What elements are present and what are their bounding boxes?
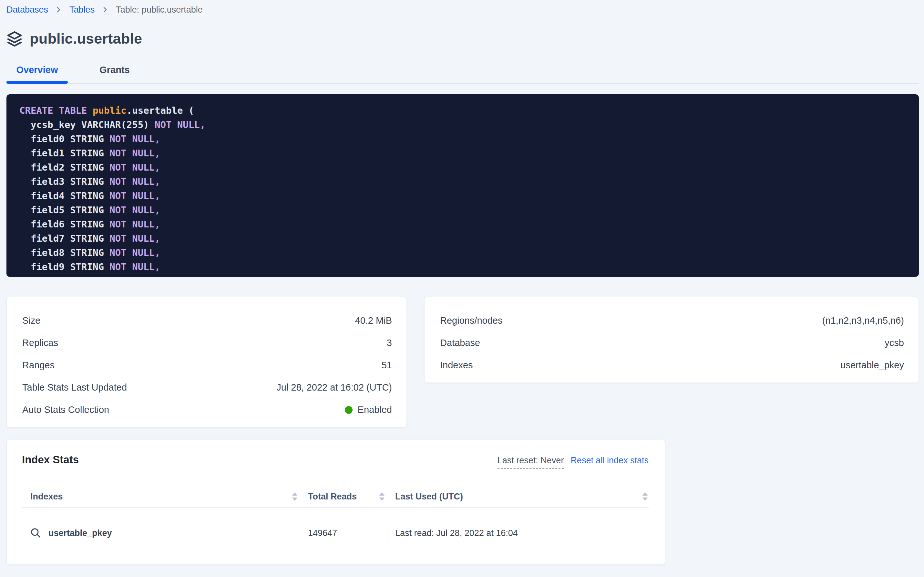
page-header: public.usertable (6, 29, 919, 48)
column-header-indexes[interactable]: Indexes (31, 492, 298, 502)
sql-line: field0 STRING NOT NULL, (19, 132, 906, 146)
sql-line: ycsb_key VARCHAR(255) NOT NULL, (19, 118, 906, 132)
tab-overview[interactable]: Overview (6, 64, 68, 82)
index-stats-title: Index Stats (22, 454, 79, 466)
detail-value: 51 (382, 360, 392, 371)
sql-code: CREATE TABLE public.usertable ( ycsb_key… (6, 94, 919, 277)
index-stats-actions: Last reset: Never Reset all index stats (498, 456, 649, 469)
detail-row: Databaseycsb (440, 332, 904, 354)
index-name-link[interactable]: usertable_pkey (31, 527, 298, 538)
breadcrumb-current: Table: public.usertable (116, 5, 203, 15)
detail-row: Replicas3 (22, 332, 392, 354)
reset-index-stats-link[interactable]: Reset all index stats (570, 456, 649, 466)
active-tab-underline (6, 81, 68, 84)
detail-row: Regions/nodes(n1,n2,n3,n4,n5,n6) (440, 309, 904, 332)
detail-label: Replicas (22, 338, 58, 348)
sql-line: field3 STRING NOT NULL, (19, 174, 906, 189)
index-name: usertable_pkey (48, 528, 112, 538)
detail-row: Ranges51 (22, 354, 392, 376)
page-title: public.usertable (30, 31, 142, 47)
overview-cards: Size40.2 MiBReplicas3Ranges51Table Stats… (6, 297, 919, 427)
tab-bar: Overview Grants (6, 64, 919, 82)
sort-icon[interactable] (378, 492, 386, 502)
sort-icon[interactable] (641, 492, 649, 502)
index-stats-table-header: Indexes Total Reads Last Used (UTC) (22, 492, 649, 508)
detail-label: Database (440, 338, 480, 348)
page: Databases Tables Table: public.usertable… (0, 0, 924, 565)
table-stack-icon (6, 31, 22, 47)
sql-line: field2 STRING NOT NULL, (19, 160, 906, 174)
last-reset-label: Last reset: Never (498, 456, 564, 469)
detail-row: Auto Stats CollectionEnabled (22, 399, 392, 421)
sort-icon[interactable] (291, 492, 298, 502)
detail-value: Enabled (345, 405, 392, 415)
tab-divider (6, 83, 919, 84)
detail-label: Ranges (22, 360, 55, 371)
tab-grants[interactable]: Grants (84, 64, 145, 82)
sql-line: field5 STRING NOT NULL, (19, 203, 906, 217)
last-used-value: Last read: Jul 28, 2022 at 16:04 (395, 528, 649, 538)
index-stats-row: usertable_pkey149647Last read: Jul 28, 2… (22, 508, 649, 555)
detail-label: Table Stats Last Updated (22, 382, 127, 393)
search-icon (31, 527, 41, 538)
sql-line: field4 STRING NOT NULL, (19, 189, 906, 203)
breadcrumb: Databases Tables Table: public.usertable (6, 3, 919, 16)
detail-value: 3 (387, 338, 392, 348)
detail-value: Jul 28, 2022 at 16:02 (UTC) (276, 382, 392, 393)
detail-row: Size40.2 MiB (22, 309, 392, 332)
breadcrumb-databases[interactable]: Databases (6, 5, 48, 15)
detail-label: Regions/nodes (440, 315, 502, 326)
index-stats-table-body: usertable_pkey149647Last read: Jul 28, 2… (22, 508, 649, 555)
table-meta-card: Regions/nodes(n1,n2,n3,n4,n5,n6)Database… (424, 297, 919, 383)
detail-label: Auto Stats Collection (22, 405, 109, 415)
sql-line: field1 STRING NOT NULL, (19, 146, 906, 160)
sql-line: field6 STRING NOT NULL, (19, 217, 906, 231)
detail-row: Indexesusertable_pkey (440, 354, 904, 376)
sql-line: CREATE TABLE public.usertable ( (19, 103, 906, 118)
detail-label: Size (22, 315, 40, 326)
detail-value: 40.2 MiB (355, 315, 392, 326)
sql-line: field9 STRING NOT NULL, (19, 260, 906, 274)
detail-label: Indexes (440, 360, 473, 371)
chevron-right-icon (103, 6, 108, 13)
index-stats-table: Indexes Total Reads Last Used (UTC) (22, 492, 649, 555)
status-dot-icon (345, 406, 352, 414)
detail-row: Table Stats Last UpdatedJul 28, 2022 at … (22, 376, 392, 399)
detail-value: usertable_pkey (840, 360, 904, 371)
index-stats-card: Index Stats Last reset: Never Reset all … (6, 440, 665, 565)
detail-value: (n1,n2,n3,n4,n5,n6) (822, 315, 904, 326)
detail-value: ycsb (885, 338, 904, 348)
sql-line: field7 STRING NOT NULL, (19, 231, 906, 245)
table-details-card: Size40.2 MiBReplicas3Ranges51Table Stats… (6, 297, 407, 427)
column-header-last-used[interactable]: Last Used (UTC) (395, 492, 649, 502)
sql-line: field8 STRING NOT NULL, (19, 245, 906, 260)
total-reads-value: 149647 (308, 528, 386, 538)
breadcrumb-tables[interactable]: Tables (69, 5, 95, 15)
index-stats-header: Index Stats Last reset: Never Reset all … (22, 454, 649, 469)
column-header-total-reads[interactable]: Total Reads (308, 492, 386, 502)
chevron-right-icon (56, 6, 61, 13)
